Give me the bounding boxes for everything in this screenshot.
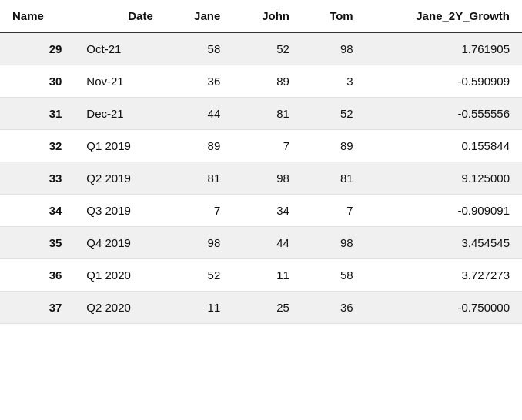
cell-growth: 3.727273 [366, 259, 522, 292]
table-container: Name Date Jane John Tom Jane_2Y_Growth 2… [0, 0, 522, 324]
table-row: 36Q1 20205211583.727273 [0, 259, 522, 292]
cell-tom: 52 [302, 98, 366, 130]
cell-growth: 3.454545 [366, 227, 522, 259]
cell-name: 29 [0, 32, 74, 65]
cell-date: Oct-21 [74, 32, 165, 65]
cell-date: Q2 2019 [74, 162, 165, 195]
cell-tom: 98 [302, 227, 366, 259]
cell-tom: 98 [302, 32, 366, 65]
cell-tom: 36 [302, 292, 366, 324]
cell-name: 32 [0, 130, 74, 162]
cell-growth: -0.590909 [366, 65, 522, 98]
cell-name: 34 [0, 195, 74, 227]
cell-date: Q1 2020 [74, 259, 165, 292]
cell-jane: 58 [166, 32, 233, 65]
cell-date: Q3 2019 [74, 195, 165, 227]
cell-name: 31 [0, 98, 74, 130]
cell-john: 25 [233, 292, 302, 324]
table-row: 35Q4 20199844983.454545 [0, 227, 522, 259]
cell-growth: -0.909091 [366, 195, 522, 227]
cell-name: 36 [0, 259, 74, 292]
cell-growth: 0.155844 [366, 130, 522, 162]
table-row: 31Dec-21448152-0.555556 [0, 98, 522, 130]
cell-growth: -0.750000 [366, 292, 522, 324]
cell-name: 30 [0, 65, 74, 98]
cell-john: 7 [233, 130, 302, 162]
col-header-jane: Jane [166, 0, 233, 32]
cell-growth: 1.761905 [366, 32, 522, 65]
cell-john: 34 [233, 195, 302, 227]
cell-john: 89 [233, 65, 302, 98]
table-row: 32Q1 2019897890.155844 [0, 130, 522, 162]
cell-name: 35 [0, 227, 74, 259]
col-header-john: John [233, 0, 302, 32]
data-table: Name Date Jane John Tom Jane_2Y_Growth 2… [0, 0, 522, 324]
table-row: 33Q2 20198198819.125000 [0, 162, 522, 195]
table-row: 37Q2 2020112536-0.750000 [0, 292, 522, 324]
cell-date: Dec-21 [74, 98, 165, 130]
cell-tom: 3 [302, 65, 366, 98]
table-row: 29Oct-215852981.761905 [0, 32, 522, 65]
cell-jane: 36 [166, 65, 233, 98]
cell-name: 33 [0, 162, 74, 195]
cell-growth: -0.555556 [366, 98, 522, 130]
cell-date: Nov-21 [74, 65, 165, 98]
header-row: Name Date Jane John Tom Jane_2Y_Growth [0, 0, 522, 32]
cell-tom: 58 [302, 259, 366, 292]
cell-date: Q4 2019 [74, 227, 165, 259]
cell-jane: 44 [166, 98, 233, 130]
table-row: 30Nov-2136893-0.590909 [0, 65, 522, 98]
cell-john: 81 [233, 98, 302, 130]
cell-john: 52 [233, 32, 302, 65]
cell-jane: 98 [166, 227, 233, 259]
cell-tom: 81 [302, 162, 366, 195]
cell-john: 98 [233, 162, 302, 195]
cell-tom: 89 [302, 130, 366, 162]
cell-jane: 11 [166, 292, 233, 324]
cell-date: Q1 2019 [74, 130, 165, 162]
cell-john: 11 [233, 259, 302, 292]
cell-growth: 9.125000 [366, 162, 522, 195]
cell-tom: 7 [302, 195, 366, 227]
cell-jane: 7 [166, 195, 233, 227]
cell-jane: 52 [166, 259, 233, 292]
col-header-tom: Tom [302, 0, 366, 32]
col-header-growth: Jane_2Y_Growth [366, 0, 522, 32]
col-header-name: Name [0, 0, 74, 32]
table-row: 34Q3 20197347-0.909091 [0, 195, 522, 227]
cell-john: 44 [233, 227, 302, 259]
cell-date: Q2 2020 [74, 292, 165, 324]
cell-jane: 81 [166, 162, 233, 195]
cell-name: 37 [0, 292, 74, 324]
cell-jane: 89 [166, 130, 233, 162]
col-header-date: Date [74, 0, 165, 32]
